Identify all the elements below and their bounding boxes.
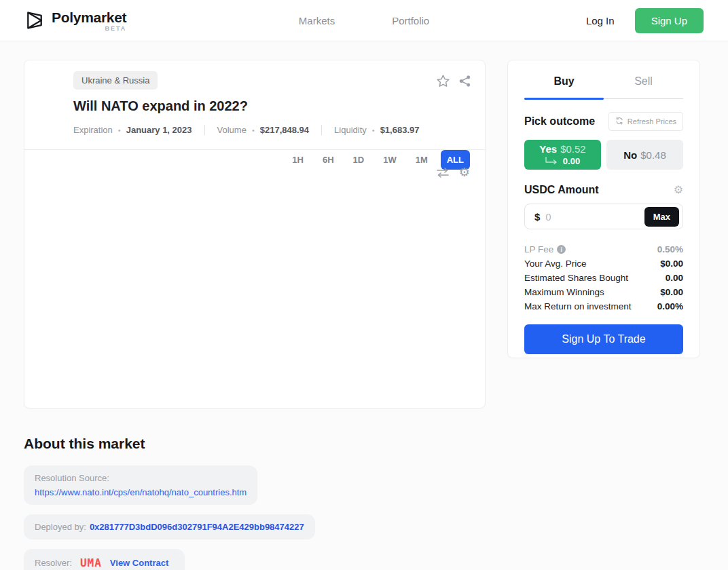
lp-fee-label: LP Fee — [524, 244, 553, 254]
resolution-source-link[interactable]: https://www.nato.int/cps/en/natohq/nato_… — [35, 487, 247, 497]
chart-settings-gear-icon[interactable]: ⚙ — [459, 166, 470, 178]
trade-tabs: Buy Sell — [524, 60, 683, 99]
amount-settings-gear-icon[interactable]: ⚙ — [674, 185, 683, 195]
liquidity-value: $1,683.97 — [380, 125, 420, 135]
swap-axes-icon[interactable] — [436, 168, 450, 178]
about-title: About this market — [24, 436, 704, 452]
range-1m-button[interactable]: 1M — [410, 150, 434, 170]
bullet-separator: • — [252, 126, 255, 134]
divider — [204, 125, 205, 135]
brand[interactable]: Polymarket BETA — [24, 10, 126, 32]
signup-button[interactable]: Sign Up — [635, 8, 704, 33]
volume-label: Volume — [217, 125, 247, 135]
expiration-label: Expiration — [73, 125, 113, 135]
shares-arrow-icon — [545, 156, 559, 166]
summary-row-shares-bought: Estimated Shares Bought 0.00 — [524, 271, 683, 285]
nav-auth: Log In Sign Up — [586, 8, 704, 33]
beta-badge: BETA — [105, 25, 126, 32]
bullet-separator: • — [118, 126, 121, 134]
market-actions — [435, 73, 473, 89]
category-tag[interactable]: Ukraine & Russia — [73, 71, 158, 90]
summary-row-max-return: Max Return on investment 0.00% — [524, 299, 683, 314]
brand-name: Polymarket — [52, 10, 126, 26]
dollar-prefix: $ — [534, 211, 540, 223]
range-1h-button[interactable]: 1H — [286, 150, 310, 170]
refresh-prices-label: Refresh Prices — [627, 117, 676, 126]
deployer-address-link[interactable]: 0x281777D3bdD096d302791F94A2E429bb984742… — [90, 522, 304, 532]
sign-up-to-trade-button[interactable]: Sign Up To Trade — [524, 324, 683, 354]
volume-value: $217,848.94 — [260, 125, 309, 135]
polymarket-logo-icon — [24, 10, 45, 31]
no-label: No — [623, 149, 637, 161]
login-link[interactable]: Log In — [586, 15, 615, 26]
expiration-value: January 1, 2023 — [126, 125, 192, 135]
outcome-no-button[interactable]: No $0.48 — [606, 140, 683, 170]
chart-tools: ⚙ — [436, 166, 470, 178]
refresh-prices-button[interactable]: Refresh Prices — [608, 112, 683, 131]
avg-price-label: Your Avg. Price — [524, 259, 587, 269]
deployed-by-label: Deployed by: — [35, 522, 86, 532]
liquidity-label: Liquidity — [334, 125, 367, 135]
summary-row-lp-fee: LP Fee i 0.50% — [524, 242, 683, 256]
share-icon[interactable] — [456, 73, 473, 89]
resolution-source-pill: Resolution Source: https://www.nato.int/… — [24, 466, 257, 505]
range-6h-button[interactable]: 6H — [316, 150, 340, 170]
bullet-separator: • — [372, 126, 375, 134]
resolver-pill: Resolver: UMA View Contract — [24, 549, 185, 570]
favorite-star-icon[interactable] — [435, 73, 451, 89]
refresh-icon — [615, 117, 623, 126]
nav-item-markets[interactable]: Markets — [299, 15, 335, 26]
divider — [321, 125, 322, 135]
time-range-selector: 1H 6H 1D 1W 1M ALL — [24, 150, 485, 182]
view-contract-link[interactable]: View Contract — [110, 558, 168, 568]
tab-sell[interactable]: Sell — [604, 60, 683, 98]
main-content: Ukraine & Russia Will NATO expand in 202… — [0, 41, 728, 408]
price-chart-area: ⚙ 1H 6H 1D 1W 1M ALL — [24, 149, 485, 408]
navbar: Polymarket BETA Markets Portfolio Log In… — [0, 0, 728, 41]
lp-fee-value: 0.50% — [657, 244, 683, 254]
pick-outcome-row: Pick outcome Refresh Prices — [524, 112, 683, 131]
trade-panel: Buy Sell Pick outcome Refresh Prices — [507, 60, 700, 358]
resolution-source-label: Resolution Source: — [35, 473, 109, 483]
pick-outcome-label: Pick outcome — [524, 115, 595, 128]
uma-logo[interactable]: UMA — [80, 556, 102, 569]
max-return-label: Max Return on investment — [524, 301, 632, 311]
info-icon[interactable]: i — [557, 245, 566, 254]
max-return-value: 0.00% — [657, 301, 683, 311]
resolver-label: Resolver: — [35, 558, 72, 568]
amount-input[interactable] — [545, 211, 644, 223]
market-meta: Expiration • January 1, 2023 Volume • $2… — [73, 125, 473, 149]
market-title: Will NATO expand in 2022? — [73, 98, 473, 114]
shares-bought-value: 0.00 — [666, 273, 683, 283]
usdc-amount-label: USDC Amount — [524, 184, 599, 196]
yes-price: $0.52 — [560, 143, 586, 155]
about-section: About this market Resolution Source: htt… — [0, 408, 728, 570]
max-button[interactable]: Max — [644, 207, 679, 227]
outcome-buttons: Yes $0.52 0.00 No $0.48 — [524, 140, 683, 170]
avg-price-value: $0.00 — [660, 259, 683, 269]
yes-shares-value: 0.00 — [563, 156, 580, 166]
trade-summary: LP Fee i 0.50% Your Avg. Price $0.00 Est… — [524, 242, 683, 314]
no-price: $0.48 — [640, 149, 666, 161]
nav-links: Markets Portfolio — [299, 15, 429, 26]
amount-header-row: USDC Amount ⚙ — [524, 184, 683, 196]
summary-row-max-winnings: Maximum Winnings $0.00 — [524, 285, 683, 299]
nav-item-portfolio[interactable]: Portfolio — [392, 15, 429, 26]
max-winnings-value: $0.00 — [660, 287, 683, 297]
yes-label: Yes — [539, 143, 557, 155]
market-header: Ukraine & Russia Will NATO expand in 202… — [24, 60, 485, 149]
range-1d-button[interactable]: 1D — [347, 150, 371, 170]
summary-row-avg-price: Your Avg. Price $0.00 — [524, 256, 683, 271]
outcome-yes-button[interactable]: Yes $0.52 0.00 — [524, 140, 601, 170]
deployed-by-pill: Deployed by: 0x281777D3bdD096d302791F94A… — [24, 514, 315, 539]
tab-buy[interactable]: Buy — [524, 60, 604, 98]
shares-bought-label: Estimated Shares Bought — [524, 273, 628, 283]
market-card: Ukraine & Russia Will NATO expand in 202… — [24, 60, 486, 408]
max-winnings-label: Maximum Winnings — [524, 287, 604, 297]
range-1w-button[interactable]: 1W — [377, 150, 403, 170]
amount-input-group: $ Max — [524, 204, 683, 229]
